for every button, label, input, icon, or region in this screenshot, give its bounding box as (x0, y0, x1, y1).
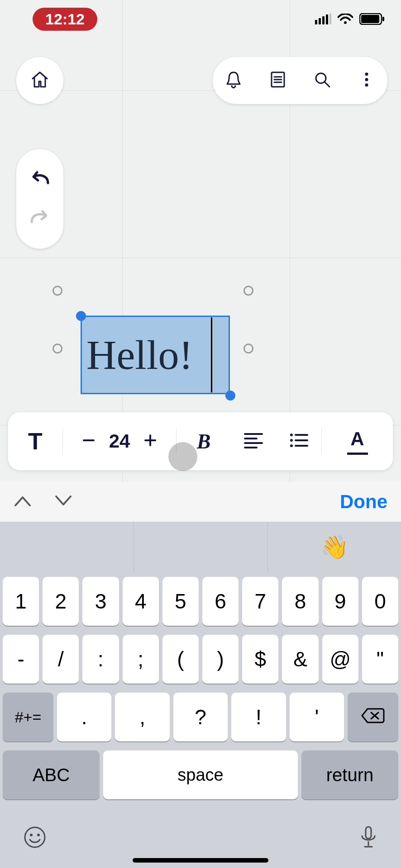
text-color-button[interactable]: A (322, 428, 393, 455)
previous-field-button[interactable] (14, 495, 32, 509)
key-symbols[interactable]: #+= (3, 693, 53, 741)
wifi-icon (338, 14, 353, 24)
svg-rect-36 (366, 827, 371, 839)
keyboard-suggestions: 👋 (0, 522, 401, 572)
text-box-selection[interactable]: Hello! (53, 286, 259, 412)
svg-rect-3 (326, 14, 328, 24)
key-abc[interactable]: ABC (3, 750, 100, 799)
key-semicolon[interactable]: ; (123, 635, 159, 684)
key-question[interactable]: ? (173, 693, 228, 741)
home-indicator[interactable] (133, 858, 268, 863)
font-size-decrease-button[interactable] (82, 434, 95, 449)
text-color-icon: A (350, 428, 364, 450)
resize-handle-top-left[interactable] (53, 286, 62, 296)
home-button[interactable] (16, 57, 63, 104)
key-apostrophe[interactable]: ' (290, 693, 344, 741)
key-paren-open[interactable]: ( (162, 635, 199, 684)
list-button[interactable] (276, 433, 321, 450)
suggestion-2[interactable] (134, 522, 267, 572)
resize-handle-middle-right[interactable] (243, 344, 253, 354)
text-tool-label: T (28, 428, 43, 455)
text-color-underline (347, 453, 368, 455)
resize-handle-middle-left[interactable] (53, 344, 62, 354)
backspace-icon (361, 705, 385, 729)
svg-point-15 (365, 73, 368, 76)
key-backspace[interactable] (348, 693, 398, 741)
key-slash[interactable]: / (43, 635, 79, 684)
svg-rect-4 (329, 14, 331, 24)
key-paren-close[interactable]: ) (202, 635, 239, 684)
key-6[interactable]: 6 (202, 577, 239, 626)
text-selection-handle-start[interactable] (76, 311, 86, 321)
key-dollar[interactable]: $ (242, 635, 278, 684)
undo-button[interactable] (26, 166, 53, 193)
suggestion-1[interactable] (0, 522, 134, 572)
text-tool-button[interactable]: T (8, 428, 62, 455)
resize-handle-top-right[interactable] (243, 286, 253, 296)
svg-point-17 (365, 84, 368, 87)
redo-button (26, 205, 53, 232)
keyboard-row-1: 1 2 3 4 5 6 7 8 9 0 (3, 577, 398, 626)
text-align-button[interactable] (231, 432, 276, 450)
key-colon[interactable]: : (82, 635, 119, 684)
svg-point-16 (365, 78, 368, 81)
key-quote[interactable]: " (362, 635, 398, 684)
key-return[interactable]: return (301, 750, 398, 799)
key-7[interactable]: 7 (242, 577, 278, 626)
bold-icon: B (197, 429, 211, 453)
key-exclaim[interactable]: ! (231, 693, 286, 741)
key-9[interactable]: 9 (322, 577, 358, 626)
key-1[interactable]: 1 (3, 577, 39, 626)
suggestion-3[interactable]: 👋 (267, 522, 401, 572)
svg-rect-7 (361, 15, 379, 23)
svg-rect-1 (319, 18, 321, 24)
more-menu-button[interactable] (357, 71, 377, 90)
key-5[interactable]: 5 (162, 577, 199, 626)
emoji-keyboard-button[interactable] (24, 826, 46, 850)
status-icons (315, 13, 385, 25)
key-space[interactable]: space (103, 750, 298, 799)
svg-rect-8 (382, 17, 384, 21)
keyboard-accessory-bar: Done (0, 482, 401, 522)
status-bar: 12:12 (0, 0, 401, 38)
redo-icon (28, 208, 52, 228)
bell-icon (224, 70, 243, 91)
key-4[interactable]: 4 (123, 577, 159, 626)
document-list-icon (268, 70, 288, 91)
key-at[interactable]: @ (322, 635, 358, 684)
bold-button[interactable]: B (177, 429, 231, 453)
text-selection-handle-end[interactable] (225, 391, 235, 401)
svg-point-34 (30, 834, 33, 836)
search-button[interactable] (312, 71, 332, 90)
key-period[interactable]: . (57, 693, 111, 741)
key-8[interactable]: 8 (282, 577, 318, 626)
key-dash[interactable]: - (3, 635, 39, 684)
notifications-button[interactable] (224, 71, 243, 90)
status-time-pill: 12:12 (33, 8, 97, 31)
svg-rect-2 (322, 16, 325, 24)
key-0[interactable]: 0 (362, 577, 398, 626)
keyboard-row-2: - / : ; ( ) $ & @ " (3, 635, 398, 684)
key-2[interactable]: 2 (43, 577, 79, 626)
font-size-stepper: 24 (63, 430, 176, 452)
keyboard-done-button[interactable]: Done (340, 491, 387, 513)
cellular-signal-icon (315, 14, 331, 24)
next-field-button[interactable] (54, 495, 72, 509)
key-3[interactable]: 3 (82, 577, 119, 626)
more-vertical-icon (357, 70, 377, 91)
keyboard-row-3: #+= . , ? ! ' (3, 693, 398, 741)
font-size-increase-button[interactable] (143, 434, 157, 449)
pages-button[interactable] (268, 71, 288, 90)
dictation-button[interactable] (359, 825, 377, 851)
battery-icon (359, 13, 385, 25)
key-amp[interactable]: & (282, 635, 318, 684)
keyboard-row-4: ABC space return (3, 750, 398, 799)
text-box[interactable]: Hello! (81, 316, 230, 394)
svg-point-13 (316, 73, 326, 83)
keyboard: 1 2 3 4 5 6 7 8 9 0 - / : ; ( ) $ & @ " … (0, 572, 401, 868)
tap-indicator (168, 442, 197, 471)
svg-rect-0 (315, 20, 317, 24)
text-cursor (211, 317, 212, 392)
key-comma[interactable]: , (115, 693, 169, 741)
font-size-value: 24 (109, 430, 130, 452)
